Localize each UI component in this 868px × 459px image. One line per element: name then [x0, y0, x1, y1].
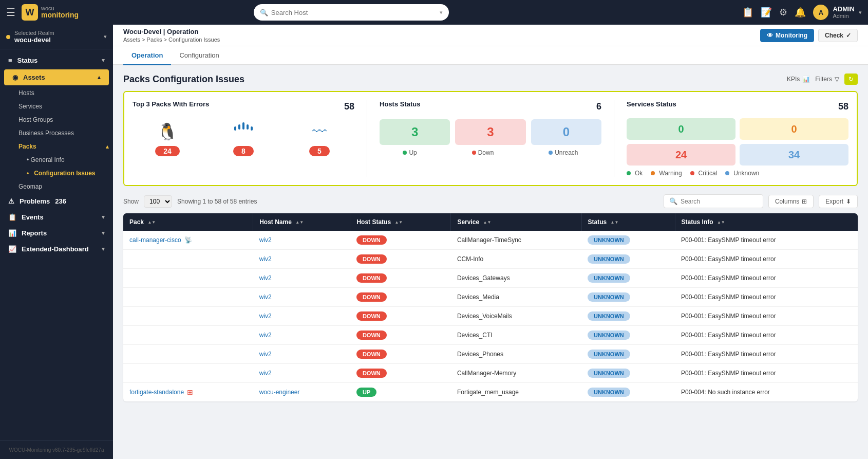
td-status: UNKNOWN — [581, 307, 675, 326]
realm-selector[interactable]: Selected Realm wocu-devel ▾ — [0, 25, 113, 49]
search-chevron-icon: ▾ — [440, 9, 443, 16]
table-body: call-manager-cisco 📡 wiv2DOWNCallManager… — [123, 231, 858, 401]
td-host-status: UP — [350, 383, 451, 402]
pack-count-2: 5 — [309, 146, 330, 156]
sidebar-item-configuration-issues[interactable]: • Configuration Issues — [23, 167, 113, 180]
host-status-badge: DOWN — [356, 311, 387, 321]
th-status[interactable]: Status ▲▼ — [581, 213, 675, 231]
reports-chevron-icon: ▾ — [102, 230, 105, 236]
sidebar-item-extended-dashboard[interactable]: 📈 Extended-Dashboard ▾ — [0, 241, 113, 257]
show-label: Show — [123, 198, 139, 205]
sidebar-item-geomap[interactable]: Geomap — [14, 180, 113, 193]
pack-cisco-icon: 📡 — [184, 236, 192, 244]
td-pack — [123, 326, 253, 345]
sidebar-item-services-label: Services — [18, 103, 42, 110]
sidebar-nav: ≡ Status ▾ ◉ Assets ▴ Hosts Services Hos… — [0, 49, 113, 260]
sidebar-version: WOCU-Monitoring v60.7-235-ge9feffd27a — [0, 440, 113, 459]
refresh-button[interactable]: ↻ — [844, 74, 858, 85]
cisco-logo-icon — [231, 121, 256, 142]
th-status-info[interactable]: Status Info ▲▼ — [675, 213, 858, 231]
td-pack — [123, 288, 253, 307]
td-pack — [123, 345, 253, 364]
hamburger-button[interactable]: ☰ — [6, 6, 15, 19]
subheader-left: Wocu-Devel | Operation Assets > Packs > … — [123, 28, 220, 43]
service-status-badge: UNKNOWN — [588, 311, 630, 321]
hosts-down-card: 3 — [455, 119, 525, 145]
host-name-sort-icon[interactable]: ▲▼ — [295, 220, 304, 225]
status-sort-icon[interactable]: ▲▼ — [611, 220, 619, 225]
sidebar-item-host-groups[interactable]: Host Groups — [14, 113, 113, 126]
export-button[interactable]: Export ⬇ — [819, 195, 858, 208]
critical-dot-icon — [690, 171, 694, 175]
pack-sort-icon[interactable]: ▲▼ — [147, 220, 156, 225]
dot-icon: • — [27, 170, 29, 177]
svc-critical-legend: Critical — [690, 170, 718, 177]
settings-icon[interactable]: ⚙ — [779, 7, 787, 18]
notifications-icon[interactable]: 🔔 — [795, 7, 806, 18]
sidebar-item-events[interactable]: 📋 Events ▾ — [0, 209, 113, 225]
service-status-badge: UNKNOWN — [588, 369, 630, 378]
user-menu[interactable]: A ADMIN Admin ▾ — [813, 5, 862, 20]
sidebar-item-packs[interactable]: Packs ▴ — [14, 140, 113, 153]
host-status-sort-icon[interactable]: ▲▼ — [394, 220, 403, 225]
td-service: CCM-Info — [451, 250, 581, 269]
check-icon: ✓ — [846, 32, 851, 39]
td-host-name: wocu-engineer — [253, 383, 350, 402]
show-select[interactable]: 100 50 25 10 — [144, 195, 172, 208]
host-status-badge: DOWN — [356, 292, 387, 302]
sidebar-item-hosts[interactable]: Hosts — [14, 86, 113, 100]
pack-item-2: 〰 5 — [307, 119, 332, 156]
status-info-sort-icon[interactable]: ▲▼ — [717, 220, 725, 225]
pack-icon-0: 🐧 — [155, 119, 180, 144]
hosts-unreach-legend: Unreach — [549, 149, 578, 156]
tab-configuration[interactable]: Configuration — [171, 46, 227, 65]
table-search-input[interactable] — [681, 198, 758, 205]
sidebar-item-assets[interactable]: ◉ Assets ▴ — [4, 69, 109, 85]
extended-dashboard-chevron-icon: ▾ — [102, 246, 105, 252]
table-header-row: Pack ▲▼ Host Name ▲▼ Host Status ▲▼ Se — [123, 213, 858, 231]
svc-ok-legend: Ok — [627, 170, 643, 177]
sidebar-item-business-processes[interactable]: Business Processes — [14, 126, 113, 140]
subheader-actions: 👁 Monitoring Check ✓ — [760, 29, 858, 42]
td-status: UNKNOWN — [581, 231, 675, 250]
services-status-grid: 0 0 24 34 — [627, 118, 848, 166]
sidebar-item-problems[interactable]: ⚠ Problems 236 — [0, 193, 113, 209]
tab-operation[interactable]: Operation — [123, 46, 171, 65]
pack-count-1: 8 — [233, 146, 254, 156]
app-logo: W wocu monitoring — [22, 4, 104, 21]
services-status-count: 58 — [838, 101, 848, 112]
sidebar-item-status[interactable]: ≡ Status ▾ — [0, 52, 113, 68]
main-content: Wocu-Devel | Operation Assets > Packs > … — [113, 25, 868, 459]
pack-item-1: 8 — [231, 119, 256, 156]
pack-item-0: 🐧 24 — [155, 119, 180, 156]
filters-button[interactable]: Filters ▽ — [815, 76, 839, 83]
problems-icon: ⚠ — [8, 197, 14, 205]
td-host-name: wiv2 — [253, 250, 350, 269]
kpis-button[interactable]: KPIs 📊 — [787, 76, 810, 83]
search-host-input[interactable] — [271, 9, 437, 16]
logo-text: wocu monitoring — [41, 5, 79, 19]
sidebar-item-services[interactable]: Services — [14, 100, 113, 113]
clipboard-icon[interactable]: 📝 — [761, 7, 772, 18]
check-button[interactable]: Check ✓ — [818, 29, 858, 42]
assets-chevron-icon: ▴ — [98, 74, 101, 81]
th-pack[interactable]: Pack ▲▼ — [123, 213, 253, 231]
service-status-badge: UNKNOWN — [588, 388, 630, 397]
columns-button[interactable]: Columns ⊞ — [768, 195, 814, 208]
service-sort-icon[interactable]: ▲▼ — [483, 220, 491, 225]
notes-icon[interactable]: 📋 — [742, 7, 753, 18]
kpi-section: Top 3 Packs With Errors 58 🐧 24 — [123, 91, 858, 186]
sidebar-item-general-info[interactable]: • General Info — [23, 153, 113, 167]
monitoring-button[interactable]: 👁 Monitoring — [760, 29, 814, 42]
th-service[interactable]: Service ▲▼ — [451, 213, 581, 231]
th-host-status[interactable]: Host Status ▲▼ — [350, 213, 451, 231]
columns-icon: ⊞ — [802, 198, 807, 205]
th-host-status-label: Host Status — [356, 218, 391, 226]
hosts-status-cards: 3 3 0 — [380, 119, 601, 145]
realm-label: Selected Realm — [14, 30, 54, 36]
td-host-status: DOWN — [350, 364, 451, 383]
th-host-name[interactable]: Host Name ▲▼ — [253, 213, 350, 231]
td-status: UNKNOWN — [581, 383, 675, 402]
monitoring-icon: 👁 — [767, 32, 773, 39]
sidebar-item-reports[interactable]: 📊 Reports ▾ — [0, 225, 113, 241]
